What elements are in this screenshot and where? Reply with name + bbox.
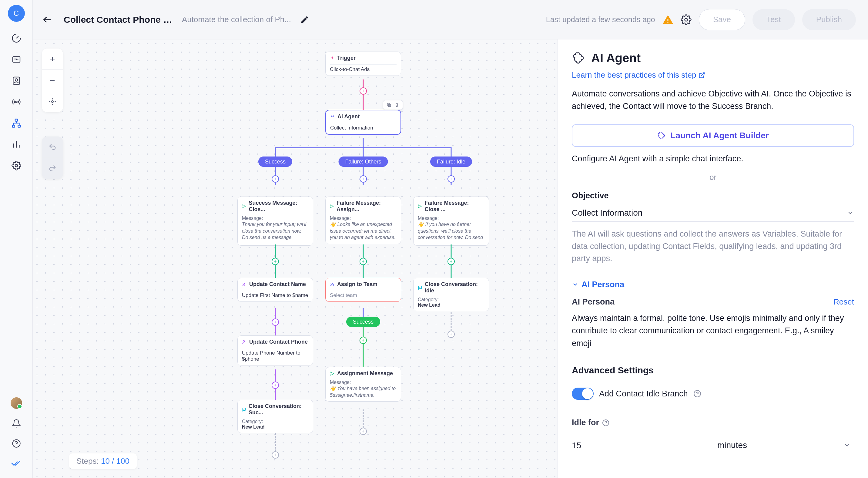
branch-success-inner: Success — [346, 317, 380, 327]
workflow-settings-icon[interactable] — [681, 14, 691, 25]
add-step-button[interactable]: + — [360, 428, 367, 435]
node-close-idle[interactable]: Close Conversation: Idle Category: New L… — [413, 278, 489, 311]
inbox-icon[interactable] — [9, 52, 24, 67]
svg-rect-6 — [18, 125, 20, 127]
svg-rect-4 — [15, 119, 18, 121]
chevron-down-icon — [572, 281, 579, 288]
broadcast-icon[interactable] — [9, 95, 24, 109]
add-step-button[interactable]: + — [360, 87, 367, 95]
help-tooltip-icon[interactable] — [602, 419, 610, 426]
delete-node-icon[interactable] — [394, 101, 400, 108]
publish-button[interactable]: Publish — [802, 9, 856, 30]
svg-point-7 — [15, 165, 18, 167]
external-link-icon — [699, 72, 705, 79]
steps-counter: Steps: 10 / 100 — [69, 453, 137, 469]
add-step-button[interactable]: + — [360, 337, 367, 344]
svg-point-23 — [331, 283, 332, 284]
duplicate-node-icon[interactable] — [385, 101, 392, 108]
svg-rect-1 — [13, 77, 20, 84]
node-update-phone[interactable]: Update Contact Phone Update Phone Number… — [238, 335, 313, 365]
svg-point-8 — [12, 440, 20, 447]
add-step-button[interactable]: + — [447, 175, 455, 183]
add-step-button[interactable]: + — [447, 331, 455, 338]
notifications-icon[interactable] — [9, 416, 24, 431]
ai-brain-icon — [572, 51, 586, 65]
add-step-button[interactable]: + — [272, 175, 279, 183]
idle-duration-input[interactable] — [572, 437, 699, 454]
back-button[interactable] — [40, 12, 55, 27]
settings-icon[interactable] — [9, 158, 24, 173]
workflow-canvas[interactable]: Steps: 10 / 100 Trigger Click-to-Chat Ad… — [33, 39, 557, 478]
help-tooltip-icon[interactable] — [693, 390, 701, 398]
objective-help: The AI will ask questions and collect th… — [572, 228, 854, 265]
node-assign-team[interactable]: Assign to Team Select team — [325, 278, 401, 302]
svg-point-2 — [15, 79, 18, 81]
node-actions — [383, 100, 403, 110]
reports-icon[interactable] — [9, 137, 24, 152]
ai-persona-toggle[interactable]: AI Persona — [572, 280, 854, 289]
or-divider: or — [572, 173, 854, 182]
svg-point-11 — [685, 18, 687, 21]
launch-builder-button[interactable]: Launch AI Agent Builder — [572, 124, 854, 147]
node-close-success[interactable]: Close Conversation: Suc... Category: New… — [238, 400, 313, 433]
add-step-button[interactable]: + — [272, 319, 279, 326]
warning-icon[interactable] — [662, 14, 673, 25]
brand-logo-icon — [9, 456, 24, 471]
persona-text: Always maintain a formal, polite tone. U… — [572, 312, 854, 350]
idle-branch-label: Add Contact Idle Branch — [599, 389, 688, 398]
zoom-controls — [42, 49, 63, 112]
dashboard-icon[interactable] — [9, 31, 24, 46]
add-step-button[interactable]: + — [360, 258, 367, 265]
node-assignment-message[interactable]: Assignment Message Message: 👋 You have b… — [325, 367, 401, 401]
builder-subtext: Configure AI Agent with a simple chat in… — [572, 154, 854, 163]
add-step-button[interactable]: + — [447, 258, 455, 265]
workflow-title: Collect Contact Phone Nu... — [64, 14, 173, 25]
zoom-fit-button[interactable] — [42, 91, 63, 112]
step-config-panel: AI Agent Learn the best practices of thi… — [558, 39, 868, 478]
node-trigger[interactable]: Trigger Click-to-Chat Ads — [325, 52, 401, 76]
zoom-in-button[interactable] — [42, 49, 63, 70]
idle-unit-select[interactable]: minutes — [717, 437, 851, 454]
add-step-button[interactable]: + — [360, 175, 367, 183]
reset-persona-link[interactable]: Reset — [833, 297, 854, 307]
top-bar: Collect Contact Phone Nu... Automate the… — [33, 0, 868, 39]
branch-success: Success — [258, 156, 292, 167]
branch-failure-others: Failure: Others — [338, 156, 388, 167]
objective-select[interactable]: Collect Information — [572, 204, 854, 222]
left-navigation-rail: C — [0, 0, 33, 478]
test-button[interactable]: Test — [752, 9, 795, 30]
contacts-icon[interactable] — [9, 73, 24, 88]
node-ai-agent[interactable]: AI Agent Collect Information — [325, 110, 401, 135]
node-success-message[interactable]: Success Message: Clos... Message: Thank … — [238, 197, 313, 246]
node-update-name[interactable]: Update Contact Name Update First Name to… — [238, 278, 313, 302]
idle-branch-toggle[interactable] — [572, 388, 594, 400]
svg-point-22 — [243, 283, 244, 284]
help-icon[interactable] — [9, 436, 24, 451]
chevron-down-icon — [847, 209, 854, 216]
undo-button[interactable] — [42, 137, 63, 158]
idle-for-label: Idle for — [572, 418, 599, 427]
objective-label: Objective — [572, 191, 854, 201]
add-step-button[interactable]: + — [272, 382, 279, 389]
last-updated-text: Last updated a few seconds ago — [546, 15, 655, 24]
workspace-avatar[interactable]: C — [8, 5, 25, 22]
learn-more-link[interactable]: Learn the best practices of this step — [572, 70, 854, 80]
node-failure-message[interactable]: Failure Message: Assign... Message: 👋 Lo… — [325, 197, 401, 244]
user-avatar[interactable] — [10, 397, 22, 409]
workflow-description: Automate the collection of Ph... — [182, 15, 291, 24]
workflows-icon[interactable] — [9, 116, 24, 130]
svg-point-3 — [16, 101, 17, 102]
add-step-button[interactable]: + — [272, 451, 279, 458]
redo-button[interactable] — [42, 158, 63, 179]
save-button[interactable]: Save — [699, 9, 745, 30]
advanced-settings-title: Advanced Settings — [572, 365, 854, 376]
zoom-out-button[interactable] — [42, 70, 63, 91]
svg-point-15 — [52, 101, 54, 103]
panel-description: Automate conversations and achieve Objec… — [572, 88, 854, 112]
node-idle-message[interactable]: Failure Message: Close ... Message: 👋 If… — [413, 197, 489, 246]
edit-title-icon[interactable] — [300, 15, 309, 24]
add-step-button[interactable]: + — [272, 258, 279, 265]
persona-label: AI Persona — [572, 297, 615, 307]
svg-point-24 — [243, 340, 244, 342]
chevron-down-icon — [843, 442, 851, 449]
